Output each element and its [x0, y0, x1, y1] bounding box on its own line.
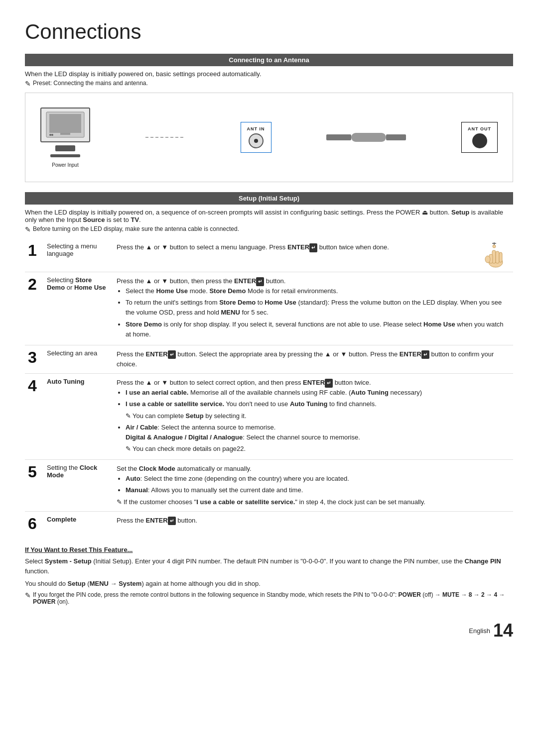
- step-1-hand: [478, 241, 513, 269]
- step-1-number: 1: [25, 241, 43, 269]
- svg-rect-1: [49, 114, 81, 133]
- step-4-detail: Press the ▲ or ▼ button to select correc…: [113, 377, 513, 456]
- reset-note: ✎ If you forget the PIN code, press the …: [25, 591, 513, 605]
- setup-intro: When the LED display is initially powere…: [25, 209, 513, 223]
- step-5-label: Setting the Clock Mode: [43, 463, 113, 508]
- setup-note: ✎ Before turning on the LED display, mak…: [25, 225, 513, 233]
- reset-title: If You Want to Reset This Feature...: [25, 546, 513, 553]
- hand-svg: [483, 241, 508, 269]
- step-2-row: 2 Selecting Store Demo or Home Use Press…: [25, 272, 513, 345]
- ant-out-box: ANT OUT: [461, 122, 498, 153]
- step-5-detail: Set the Clock Mode automatically or manu…: [113, 463, 513, 508]
- step-3-label: Selecting an area: [43, 348, 113, 370]
- steps-container: 1 Selecting a menu language Press the ▲ …: [25, 238, 513, 536]
- tv-stand: [55, 145, 75, 151]
- step-2-detail: Press the ▲ or ▼ button, then press the …: [113, 275, 513, 342]
- svg-point-11: [485, 256, 490, 263]
- note-icon: ✎: [25, 80, 31, 88]
- antenna-section-header: Connecting to an Antenna: [25, 54, 513, 66]
- note-icon-6: ✎: [25, 591, 31, 599]
- tv-illustration: Power Input: [40, 108, 90, 168]
- dashed-line: [145, 132, 185, 142]
- step-3-row: 3 Selecting an area Press the ENTER↵ but…: [25, 345, 513, 374]
- svg-rect-2: [60, 133, 70, 135]
- reset-section: If You Want to Reset This Feature... Sel…: [25, 546, 513, 605]
- ant-in-circle: [249, 133, 264, 148]
- page-title: Connections: [25, 20, 513, 44]
- tv-base: [50, 154, 80, 157]
- svg-point-4: [51, 134, 53, 136]
- step-3-detail: Press the ENTER↵ button. Select the appr…: [113, 348, 513, 370]
- step-2-label: Selecting Store Demo or Home Use: [43, 275, 113, 342]
- cable-assembly: [326, 133, 406, 142]
- step-4-label: Auto Tuning: [43, 377, 113, 456]
- step-6-label: Complete: [43, 515, 113, 533]
- tv-screen: [40, 108, 90, 142]
- step-5-sub-note: ✎ If the customer chooses "I use a cable…: [117, 497, 509, 507]
- step-3-number: 3: [25, 348, 43, 370]
- svg-point-12: [493, 245, 496, 248]
- step-4-number: 4: [25, 377, 43, 456]
- step-5-number: 5: [25, 463, 43, 508]
- step-5-row: 5 Setting the Clock Mode Set the Clock M…: [25, 460, 513, 512]
- note-icon-2: ✎: [25, 225, 31, 233]
- step-2-number: 2: [25, 275, 43, 342]
- step-4-sub-note-2: ✎ You can check more details on page22.: [126, 444, 509, 454]
- step-1-row: 1 Selecting a menu language Press the ▲ …: [25, 238, 513, 272]
- svg-point-3: [49, 134, 51, 136]
- ant-out-label: ANT OUT: [468, 126, 491, 131]
- language-label: English: [469, 627, 490, 635]
- step-1-detail: Press the ▲ or ▼ button to select a menu…: [113, 241, 478, 269]
- note-icon-3: ✎: [126, 411, 131, 421]
- setup-section-header: Setup (Initial Setup): [25, 192, 513, 205]
- step-6-number: 6: [25, 515, 43, 533]
- ant-in-label: ANT IN: [247, 126, 265, 131]
- antenna-diagram: Power Input ANT IN ANT OUT: [25, 93, 513, 182]
- reset-text-2: You should do Setup (MENU → System) agai…: [25, 579, 513, 589]
- ant-in-box: ANT IN: [241, 122, 271, 153]
- step-6-detail: Press the ENTER↵ button.: [113, 515, 513, 533]
- reset-text-1: Select System - Setup (Initial Setup). E…: [25, 556, 513, 577]
- svg-rect-9: [499, 252, 502, 262]
- note-icon-4: ✎: [126, 444, 131, 454]
- power-input-label: Power Input: [52, 162, 78, 168]
- antenna-note: ✎ Preset: Connecting the mains and anten…: [25, 80, 513, 88]
- step-4-row: 4 Auto Tuning Press the ▲ or ▼ button to…: [25, 374, 513, 460]
- svg-rect-8: [496, 251, 499, 263]
- tv-svg: [45, 111, 85, 138]
- step-1-label: Selecting a menu language: [43, 241, 113, 269]
- ant-out-circle: [472, 133, 487, 148]
- page-number: 14: [493, 620, 513, 641]
- page-number-row: English 14: [25, 620, 513, 641]
- step-4-sub-note: ✎ You can complete Setup by selecting it…: [126, 411, 509, 421]
- step-6-row: 6 Complete Press the ENTER↵ button.: [25, 512, 513, 536]
- antenna-intro: When the LED display is initially powere…: [25, 70, 513, 78]
- note-icon-5: ✎: [117, 497, 122, 507]
